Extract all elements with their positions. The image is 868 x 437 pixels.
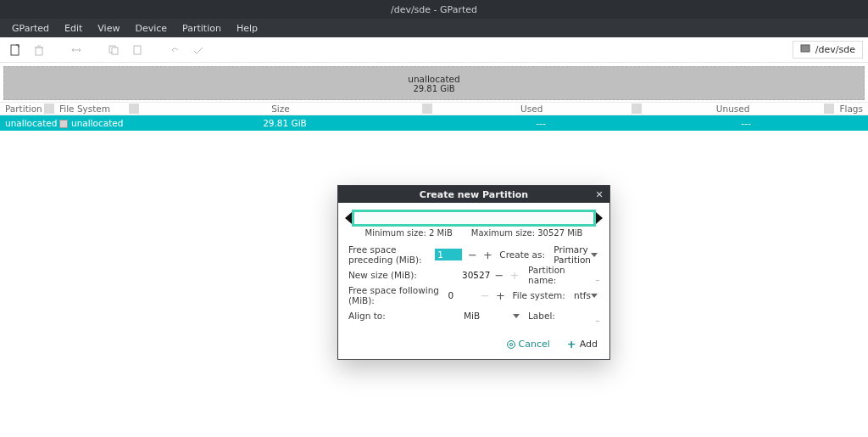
paste-button <box>127 40 147 60</box>
col-partition[interactable]: Partition <box>0 104 44 114</box>
plus-icon: + <box>567 338 576 350</box>
new-button[interactable] <box>5 40 25 60</box>
fs-label: File system: <box>512 290 565 300</box>
col-fs[interactable]: File System <box>54 104 129 114</box>
disk-label-label: Label: <box>528 311 589 321</box>
pname-input[interactable] <box>596 269 599 281</box>
disk-icon <box>800 43 810 56</box>
free-before-label: Free space preceding (MiB): <box>348 244 428 265</box>
align-select[interactable]: MiB <box>462 310 521 322</box>
menu-device[interactable]: Device <box>128 21 174 36</box>
svg-rect-5 <box>801 45 810 52</box>
create-as-label: Create as: <box>499 249 545 260</box>
window-titlebar: /dev/sde - GParted <box>0 0 868 19</box>
plus-icon: + <box>509 269 520 282</box>
free-after-spinner[interactable]: 0 − + <box>448 289 505 302</box>
slider-handle-left-icon[interactable] <box>345 212 352 224</box>
new-size-spinner[interactable]: 30527 − + <box>462 269 521 282</box>
dialog-actions: Cancel + Add <box>338 334 609 359</box>
minus-icon[interactable]: − <box>467 249 477 261</box>
dialog-titlebar[interactable]: Create new Partition ✕ <box>338 186 609 203</box>
free-after-value[interactable]: 0 <box>448 290 475 300</box>
cell-unused: --- <box>653 118 839 128</box>
free-before-spinner[interactable]: 1 − + <box>435 249 492 261</box>
min-size-label: Minimum size: 2 MiB <box>365 228 453 238</box>
slider-handle-right-icon[interactable] <box>596 212 603 224</box>
cancel-icon <box>507 340 515 349</box>
chevron-down-icon <box>591 253 598 257</box>
svg-rect-0 <box>11 45 19 55</box>
cell-used: --- <box>439 118 643 128</box>
free-before-value[interactable]: 1 <box>435 249 462 261</box>
chevron-down-icon <box>513 314 520 318</box>
new-size-value[interactable]: 30527 <box>462 270 489 280</box>
create-partition-dialog: Create new Partition ✕ Minimum size: 2 M… <box>337 185 610 360</box>
align-value: MiB <box>464 311 480 321</box>
cancel-label: Cancel <box>519 339 550 350</box>
chevron-down-icon <box>591 294 598 298</box>
resize-button <box>66 40 86 60</box>
menubar: GParted Edit View Device Partition Help <box>0 19 868 37</box>
align-label: Align to: <box>348 311 455 321</box>
create-as-value: Primary Partition <box>554 244 591 265</box>
plus-icon[interactable]: + <box>495 289 505 302</box>
col-unused[interactable]: Unused <box>642 104 825 114</box>
fs-swatch-icon <box>59 120 68 128</box>
free-after-label: Free space following (MiB): <box>348 285 441 305</box>
menu-partition[interactable]: Partition <box>175 21 228 36</box>
svg-rect-4 <box>134 46 141 54</box>
close-icon[interactable]: ✕ <box>593 188 606 201</box>
col-flags[interactable]: Flags <box>834 104 868 114</box>
minus-icon[interactable]: − <box>494 269 504 282</box>
size-slider[interactable] <box>345 210 603 227</box>
size-limits: Minimum size: 2 MiB Maximum size: 30527 … <box>338 228 609 238</box>
undo-button <box>164 40 185 60</box>
slider-track[interactable] <box>352 210 596 227</box>
table-row[interactable]: unallocated unallocated 29.81 GiB --- --… <box>0 115 868 131</box>
copy-button <box>103 40 124 60</box>
device-selector-label: /dev/sde <box>815 44 855 55</box>
add-button[interactable]: + Add <box>567 338 598 350</box>
toolbar: /dev/sde <box>0 37 868 63</box>
disk-vis-size: 29.81 GiB <box>413 84 454 93</box>
fs-value: ntfs <box>574 290 591 300</box>
device-selector[interactable]: /dev/sde <box>793 41 863 59</box>
pname-label: Partition name: <box>528 265 589 285</box>
menu-gparted[interactable]: GParted <box>5 21 56 36</box>
disk-visualization[interactable]: unallocated 29.81 GiB <box>3 66 865 100</box>
plus-icon[interactable]: + <box>482 249 492 261</box>
disk-vis-label: unallocated <box>408 74 459 84</box>
col-size[interactable]: Size <box>139 104 421 114</box>
window-title: /dev/sde - GParted <box>391 4 477 15</box>
menu-edit[interactable]: Edit <box>58 21 89 36</box>
create-as-select[interactable]: Primary Partition <box>552 244 599 266</box>
fs-select[interactable]: ntfs <box>572 289 599 301</box>
menu-view[interactable]: View <box>91 21 126 36</box>
dialog-form: Free space preceding (MiB): 1 − + Create… <box>338 243 609 334</box>
add-label: Add <box>580 339 598 350</box>
cell-fs: unallocated <box>54 118 131 128</box>
svg-rect-3 <box>112 48 118 54</box>
apply-button <box>188 40 209 60</box>
cell-partition: unallocated <box>0 118 44 128</box>
table-header: Partition File System Size Used Unused F… <box>0 102 868 115</box>
svg-rect-1 <box>36 48 42 55</box>
col-used[interactable]: Used <box>432 104 632 114</box>
cancel-button[interactable]: Cancel <box>507 338 550 350</box>
disk-label-input[interactable] <box>596 310 599 322</box>
new-size-label: New size (MiB): <box>348 270 455 280</box>
minus-icon: − <box>480 289 490 302</box>
dialog-title: Create new Partition <box>420 189 528 200</box>
max-size-label: Maximum size: 30527 MiB <box>471 228 583 238</box>
menu-help[interactable]: Help <box>230 21 264 36</box>
cell-size: 29.81 GiB <box>141 118 429 128</box>
delete-button <box>29 40 49 60</box>
